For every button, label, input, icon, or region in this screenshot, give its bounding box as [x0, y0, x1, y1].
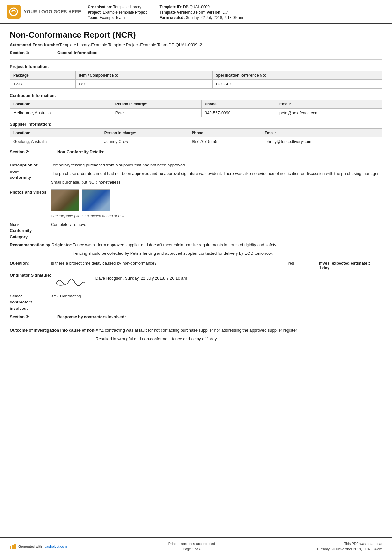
org-row: Organisation: Template Library — [88, 5, 147, 9]
contractor-info-title: Contractor Information: — [10, 93, 382, 98]
outcome-label: Outcome of investigation into cause of n… — [10, 327, 96, 334]
project-value: Example Template Project — [103, 10, 147, 15]
form-number-value: Template Library-Example Template Projec… — [59, 42, 202, 47]
question-estimate: If yes, expected estimate:: 1 day — [319, 261, 382, 270]
signature-area: Dave Hodgson, Sunday, 22 July 2018, 7:26… — [51, 272, 382, 291]
footer-logo — [10, 544, 16, 549]
form-number-row: Automated Form Number Template Library-E… — [10, 42, 382, 47]
outcome-p2: Resulted in wrongful and non-conformant … — [96, 336, 382, 342]
supplier-location: Geelong, Australia — [10, 137, 101, 146]
project-table-header-row: Package Item / Component No: Specificati… — [10, 71, 382, 80]
template-id-row: Template ID: DP-QUAL-0009 — [159, 5, 254, 9]
rec-p2: Fencing should be collected by Pete's fe… — [73, 250, 382, 257]
footer-right-line1: This PDF was created at — [316, 541, 382, 546]
logo-section: YOUR LOGO GOES HERE — [7, 3, 81, 20]
footer-left: Generated with dashpivot.com — [10, 544, 67, 549]
item-no-value: C12 — [76, 80, 212, 89]
footer-generated-text: Generated with — [18, 545, 42, 548]
form-version-value: 1.7 — [223, 10, 228, 15]
footer-center: Printed version is uncontrolled Page 1 o… — [168, 541, 215, 552]
estimate-label: If yes, expected estimate:: — [319, 261, 370, 265]
section2-label: Section 2: — [10, 149, 51, 154]
rec-p1: Fence wasn't form approved supplier and … — [73, 242, 382, 248]
nonconformity-category-value: Completely remove — [51, 221, 382, 228]
supplier-email: johnny@fencedlivery.com — [261, 137, 382, 146]
outcome-p1: XYZ contracting was at fault for not con… — [96, 327, 382, 334]
contractors-value: XYZ Contracting — [51, 293, 382, 300]
signature-svg — [53, 273, 88, 290]
contractor-email: pete@petefence.com — [276, 109, 382, 117]
header-meta-left: Organisation: Template Library Project: … — [88, 5, 147, 20]
section1-header: Section 1: General Information: — [10, 50, 382, 55]
signature-container: Dave Hodgson, Sunday, 22 July 2018, 7:26… — [51, 272, 382, 291]
photo-thumbnail-1 — [51, 189, 79, 211]
form-created-value: Sunday, 22 July 2018, 7:18:09 am — [186, 16, 243, 20]
footer-link[interactable]: dashpivot.com — [45, 545, 67, 548]
supplier-person: Johnny Crew — [101, 137, 188, 146]
description-value: Temporary fencing purchased from a suppl… — [51, 162, 382, 187]
template-version-label: Template Version: — [159, 10, 192, 15]
contractor-data-row: Melbourne, Australia Pete 949-567-0090 p… — [10, 109, 382, 117]
version-row: Template Version: 3 Form Version: 1.7 — [159, 10, 254, 15]
spec-ref-value: C-76567 — [212, 80, 382, 89]
photo-caption: See full page photos attached at end of … — [51, 213, 382, 219]
footer-bar-1 — [10, 546, 11, 549]
nonconformity-category-label: Non-ConformityCategory — [10, 221, 51, 240]
desc-p2: The purchase order document had not been… — [51, 171, 382, 177]
footer-right: This PDF was created at Tuesday, 20 Nove… — [316, 541, 382, 552]
footer-center-line1: Printed version is uncontrolled — [168, 541, 215, 546]
question-content: Is there a project time delay caused by … — [51, 261, 382, 270]
signature-label: Originator Signature: — [10, 272, 51, 278]
supplier-header-row: Location: Person in charge: Phone: Email… — [10, 129, 382, 137]
team-label: Team: — [88, 16, 98, 20]
footer-right-line2: Tuesday, 20 November 2018, 11:49:04 am — [316, 546, 382, 552]
org-value: Template Library — [113, 5, 141, 9]
section1-title: General Information: — [57, 50, 98, 55]
nonconformity-category-row: Non-ConformityCategory Completely remove — [10, 221, 382, 240]
template-id-value: DP-QUAL-0009 — [183, 5, 210, 9]
contractor-location: Melbourne, Australia — [10, 109, 112, 117]
project-info-title: Project Information: — [10, 64, 382, 69]
question-answer: Yes — [287, 261, 306, 265]
contractor-info-table: Location: Person in charge: Phone: Email… — [10, 100, 382, 117]
question-row: Question: Is there a project time delay … — [10, 261, 382, 270]
section3-header: Section 3: Response by contractors invol… — [10, 315, 382, 319]
contractor-col-person: Person in charge: — [112, 100, 201, 109]
svg-point-0 — [10, 8, 17, 16]
contractor-col-phone: Phone: — [202, 100, 276, 109]
project-row: Project: Example Template Project — [88, 10, 147, 15]
project-info-table: Package Item / Component No: Specificati… — [10, 71, 382, 89]
recommendation-label: Recommendation by Originator: — [10, 242, 73, 248]
contractor-person: Pete — [112, 109, 201, 117]
estimate-value: 1 day — [319, 265, 329, 270]
desc-p3: Small purchase, but NCR nonetheless. — [51, 179, 382, 186]
recommendation-value: Fence wasn't form approved supplier and … — [73, 242, 382, 259]
signature-details: Dave Hodgson, Sunday, 22 July 2018, 7:26… — [95, 272, 187, 282]
section2-header: Section 2: Non-Conformity Details: — [10, 149, 382, 154]
photo-thumbnail-2 — [82, 189, 110, 211]
form-version-label: Form Version: — [196, 10, 222, 15]
description-label: Description ofnon-conformity — [10, 162, 51, 181]
header-meta-right: Template ID: DP-QUAL-0009 Template Versi… — [159, 5, 254, 20]
template-id-label: Template ID: — [159, 5, 182, 9]
footer-bar-2 — [12, 545, 14, 549]
contractor-header-row: Location: Person in charge: Phone: Email… — [10, 100, 382, 109]
section3-title: Response by contractors involved: — [57, 315, 126, 319]
footer-center-line2: Page 1 of 4 — [168, 546, 215, 552]
supplier-info-table: Location: Person in charge: Phone: Email… — [10, 128, 382, 146]
main-content: Non-Conformance Report (NCR) Automated F… — [0, 24, 392, 537]
col-spec-ref: Specification Reference No: — [212, 71, 382, 80]
form-created-label: Form created: — [159, 16, 185, 20]
header-meta: Organisation: Template Library Project: … — [88, 3, 385, 20]
question-label: Question: — [10, 261, 51, 270]
form-created-row: Form created: Sunday, 22 July 2018, 7:18… — [159, 16, 254, 20]
supplier-col-phone: Phone: — [188, 129, 261, 137]
section1-label: Section 1: — [10, 50, 51, 55]
desc-p1: Temporary fencing purchased from a suppl… — [51, 162, 382, 169]
photos-row: Photos and videos See full page photos a… — [10, 189, 382, 219]
footer-bar-3 — [14, 544, 16, 549]
supplier-info-title: Supplier Information: — [10, 122, 382, 127]
col-item-no: Item / Component No: — [76, 71, 212, 80]
supplier-col-email: Email: — [261, 129, 382, 137]
question-text: Is there a project time delay caused by … — [51, 261, 275, 265]
